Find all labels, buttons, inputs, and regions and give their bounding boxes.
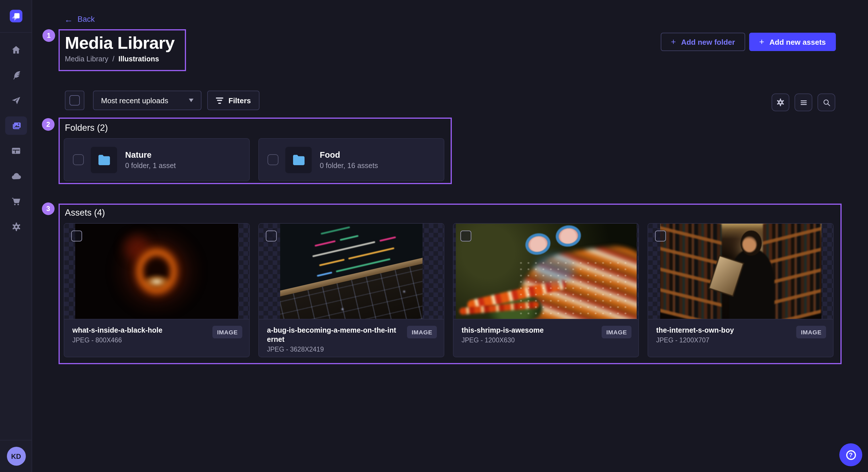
checkbox[interactable] bbox=[266, 231, 277, 241]
checkbox[interactable] bbox=[71, 231, 82, 241]
asset-type-badge: IMAGE bbox=[601, 326, 631, 338]
sidebar-item-marketplace[interactable] bbox=[0, 189, 32, 214]
cloud-icon bbox=[11, 171, 22, 181]
add-new-folder-label: Add new folder bbox=[681, 38, 735, 46]
library-portrait-image bbox=[660, 224, 821, 319]
chevron-down-icon bbox=[189, 99, 193, 102]
sidebar-item-content-builder[interactable] bbox=[0, 63, 32, 88]
select-all-checkbox[interactable] bbox=[65, 91, 84, 110]
search-button[interactable] bbox=[817, 94, 835, 111]
folder-meta: 0 folder, 16 assets bbox=[320, 162, 378, 170]
black-hole-image bbox=[75, 224, 238, 319]
checkbox[interactable] bbox=[655, 231, 666, 241]
breadcrumb-parent[interactable]: Media Library bbox=[65, 55, 108, 63]
checkbox[interactable] bbox=[460, 231, 471, 241]
folder-text: Nature 0 folder, 1 asset bbox=[125, 150, 176, 170]
folder-icon bbox=[97, 154, 111, 165]
feather-icon bbox=[11, 70, 21, 80]
cart-icon bbox=[11, 196, 21, 206]
sidebar-item-content-manager[interactable] bbox=[0, 138, 32, 164]
folder-card-nature[interactable]: Nature 0 folder, 1 asset bbox=[64, 138, 250, 181]
folder-tile bbox=[285, 146, 312, 173]
checkbox bbox=[69, 95, 80, 105]
asset-preview bbox=[64, 224, 249, 319]
asset-card-internets-own-boy[interactable]: the-internet-s-own-boy JPEG - 1200X707 I… bbox=[648, 223, 834, 357]
question-mark-icon: ? bbox=[846, 450, 856, 460]
sidebar: KD bbox=[0, 0, 32, 472]
folder-text: Food 0 folder, 16 assets bbox=[320, 150, 378, 170]
asset-footer: the-internet-s-own-boy JPEG - 1200X707 I… bbox=[648, 319, 833, 357]
add-new-assets-label: Add new assets bbox=[770, 38, 826, 46]
asset-footer: what-s-inside-a-black-hole JPEG - 800X46… bbox=[64, 319, 249, 357]
folder-meta: 0 folder, 1 asset bbox=[125, 162, 176, 170]
checkbox[interactable] bbox=[73, 154, 84, 165]
sort-select-value: Most recent uploads bbox=[101, 96, 168, 105]
asset-preview bbox=[454, 224, 639, 319]
plus-icon: + bbox=[759, 38, 764, 46]
add-new-assets-button[interactable]: + Add new assets bbox=[749, 33, 836, 51]
page-title: Media Library bbox=[65, 33, 180, 53]
folder-tile bbox=[91, 146, 117, 173]
list-icon bbox=[799, 98, 808, 107]
breadcrumb-separator: / bbox=[112, 55, 114, 63]
home-icon bbox=[11, 45, 21, 55]
annotation-circle-2: 2 bbox=[42, 118, 55, 131]
folder-name: Nature bbox=[125, 150, 176, 160]
media-library-icon bbox=[11, 120, 22, 131]
paper-plane-icon bbox=[11, 95, 21, 105]
back-label: Back bbox=[78, 15, 95, 24]
sidebar-item-cloud[interactable] bbox=[0, 164, 32, 189]
breadcrumb: Media Library / Illustrations bbox=[65, 55, 180, 63]
help-button[interactable]: ? bbox=[839, 443, 862, 466]
filters-button[interactable]: Filters bbox=[207, 91, 259, 110]
assets-heading: Assets (4) bbox=[65, 208, 105, 218]
sort-select[interactable]: Most recent uploads bbox=[93, 91, 202, 110]
sidebar-nav bbox=[0, 32, 32, 239]
search-icon bbox=[822, 98, 831, 107]
laptop-code-image bbox=[280, 224, 423, 319]
folder-card-food[interactable]: Food 0 folder, 16 assets bbox=[258, 138, 444, 181]
folders-heading: Folders (2) bbox=[65, 123, 108, 133]
back-link[interactable]: ← Back bbox=[64, 15, 95, 24]
asset-type-badge: IMAGE bbox=[212, 326, 242, 338]
list-view-button[interactable] bbox=[795, 94, 812, 111]
asset-footer: a-bug-is-becoming-a-meme-on-the-internet… bbox=[259, 319, 444, 357]
folder-name: Food bbox=[320, 150, 378, 160]
filter-icon bbox=[216, 97, 223, 103]
asset-meta: JPEG - 3628X2419 bbox=[267, 346, 436, 353]
layout-icon bbox=[11, 146, 21, 156]
back-arrow-icon: ← bbox=[64, 15, 73, 23]
sidebar-item-releases[interactable] bbox=[0, 88, 32, 113]
annotation-circle-1: 1 bbox=[42, 29, 55, 42]
asset-type-badge: IMAGE bbox=[407, 326, 437, 338]
media-library-page: KD ← Back 1 Media Library Media Library … bbox=[0, 0, 868, 472]
folder-icon bbox=[291, 154, 306, 165]
asset-card-bug-meme[interactable]: a-bug-is-becoming-a-meme-on-the-internet… bbox=[258, 223, 444, 357]
sidebar-item-home[interactable] bbox=[0, 37, 32, 63]
breadcrumb-current: Illustrations bbox=[118, 55, 159, 63]
annotation-circle-3: 3 bbox=[42, 202, 55, 215]
annotation-box-title: Media Library Media Library / Illustrati… bbox=[59, 29, 186, 71]
plus-icon: + bbox=[671, 38, 676, 46]
asset-footer: this-shrimp-is-awesome JPEG - 1200X630 I… bbox=[454, 319, 639, 357]
add-new-folder-button[interactable]: + Add new folder bbox=[661, 33, 745, 51]
asset-card-shrimp[interactable]: this-shrimp-is-awesome JPEG - 1200X630 I… bbox=[453, 223, 639, 357]
avatar[interactable]: KD bbox=[7, 447, 26, 466]
mantis-shrimp-image bbox=[456, 224, 637, 319]
asset-card-black-hole[interactable]: what-s-inside-a-black-hole JPEG - 800X46… bbox=[64, 223, 250, 357]
sidebar-footer: KD bbox=[0, 440, 32, 472]
settings-button[interactable] bbox=[772, 94, 789, 111]
gear-icon bbox=[776, 98, 785, 107]
sidebar-item-settings[interactable] bbox=[0, 214, 32, 239]
checkbox[interactable] bbox=[268, 154, 278, 165]
filters-label: Filters bbox=[228, 96, 251, 105]
gear-icon bbox=[11, 221, 22, 232]
asset-type-badge: IMAGE bbox=[796, 326, 826, 338]
strapi-logo-icon bbox=[9, 10, 22, 22]
asset-preview bbox=[648, 224, 833, 319]
strapi-logo-wrap[interactable] bbox=[0, 0, 32, 33]
asset-preview bbox=[259, 224, 444, 319]
sidebar-item-media-library[interactable] bbox=[0, 113, 32, 138]
